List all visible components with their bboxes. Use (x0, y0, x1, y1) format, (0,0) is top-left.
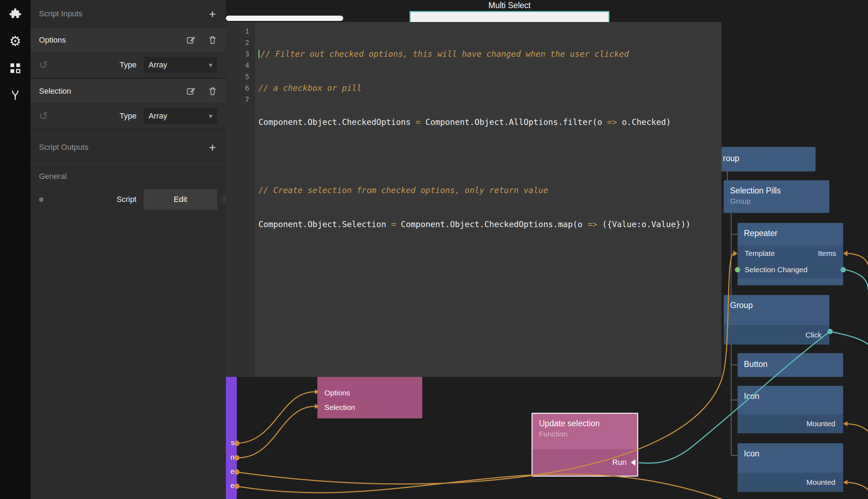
node-selection-pills[interactable]: Selection Pills Group (724, 180, 829, 213)
reset-icon[interactable]: ↺ (39, 111, 48, 121)
settings-gear-icon[interactable]: ⚙ (7, 33, 23, 49)
node-repeater[interactable]: Repeater Template Items Selection Change… (738, 223, 843, 285)
port-label-fragment: e (230, 467, 234, 476)
edit-icon[interactable] (186, 35, 196, 45)
port-mounted[interactable]: Mounted (806, 478, 835, 487)
edit-script-button[interactable]: Edit (144, 189, 217, 210)
port-label-fragment: e (230, 482, 234, 490)
port-options[interactable]: Options (317, 385, 422, 400)
port-label-fragment: s (231, 439, 234, 447)
port-run[interactable]: Run (612, 458, 627, 467)
editor-pointer-arrow (220, 193, 226, 205)
selected-node-label: Multi Select (410, 1, 610, 10)
node-title: Group (724, 295, 829, 310)
trash-icon[interactable] (208, 35, 217, 45)
run-input-arrow-icon (631, 459, 635, 466)
port-items[interactable]: Items (818, 249, 836, 258)
script-outputs-header: Script Outputs + (30, 135, 226, 159)
node-subtitle: Function (533, 428, 637, 438)
node-icon-1[interactable]: Icon Mounted (738, 386, 843, 433)
node-group-clipped[interactable]: roup (719, 147, 816, 171)
add-input-button[interactable]: + (207, 8, 217, 20)
port-click[interactable]: Click (806, 331, 822, 339)
node-title: Repeater (738, 223, 843, 238)
edit-icon[interactable] (186, 86, 196, 96)
app-window: Multi Select roup Selection Pills Group … (0, 0, 868, 499)
node-title: roup (719, 147, 816, 163)
type-dropdown-selection[interactable]: Array ▾ (144, 108, 217, 124)
type-row-selection: ↺ Type Array ▾ (30, 104, 226, 128)
node-button[interactable]: Button (738, 353, 843, 377)
trash-icon[interactable] (208, 86, 217, 96)
node-title: Selection Pills (724, 180, 829, 196)
add-output-button[interactable]: + (207, 141, 217, 153)
node-icon-2[interactable]: Icon Mounted (738, 443, 843, 492)
activity-bar: ⚙ (0, 0, 30, 499)
node-subtitle: Group (724, 196, 829, 205)
port-label-fragment: n (230, 453, 234, 461)
chevron-down-icon: ▾ (209, 112, 212, 120)
connection-dot-icon (39, 197, 44, 202)
script-row: Script Edit (30, 188, 226, 211)
inspector-panel: Script Inputs + Options ↺ Type Array ▾ S… (30, 0, 226, 499)
port-selection[interactable]: Selection (317, 400, 422, 415)
port-selection-changed[interactable]: Selection Changed (745, 265, 807, 274)
text-cursor (258, 50, 260, 58)
node-title: Icon (738, 386, 843, 401)
port-template[interactable]: Template (745, 249, 775, 258)
code-text-area[interactable]: // Filter out checked options, this will… (255, 22, 722, 377)
type-dropdown-options[interactable]: Array ▾ (144, 57, 217, 73)
node-checked-options[interactable]: Options Selection (317, 377, 422, 418)
node-title: Button (738, 353, 843, 369)
line-number-gutter: 1 2 3 4 5 6 7 (226, 22, 255, 377)
node-purple-clipped[interactable]: s n e e (226, 377, 237, 499)
node-update-selection[interactable]: Update selection Function Run (532, 413, 638, 477)
node-group[interactable]: Group Click (724, 295, 829, 345)
chevron-down-icon: ▾ (209, 61, 212, 69)
node-title: Icon (738, 443, 843, 459)
port-mounted[interactable]: Mounted (806, 420, 835, 428)
plugins-puzzle-icon[interactable] (7, 6, 23, 22)
script-inputs-header: Script Inputs + (30, 0, 226, 28)
input-row-selection: Selection (30, 79, 226, 104)
reset-icon[interactable]: ↺ (39, 60, 48, 70)
node-branch-icon[interactable] (7, 87, 23, 103)
type-row-options: ↺ Type Array ▾ (30, 53, 226, 77)
components-icon[interactable] (7, 60, 23, 76)
general-header: General (30, 164, 226, 188)
input-row-options: Options (30, 28, 226, 53)
horizontal-scrollbar[interactable] (226, 16, 343, 21)
script-editor: 1 2 3 4 5 6 7 // Filter out checked opti… (226, 22, 722, 377)
node-title: Update selection (533, 414, 637, 428)
